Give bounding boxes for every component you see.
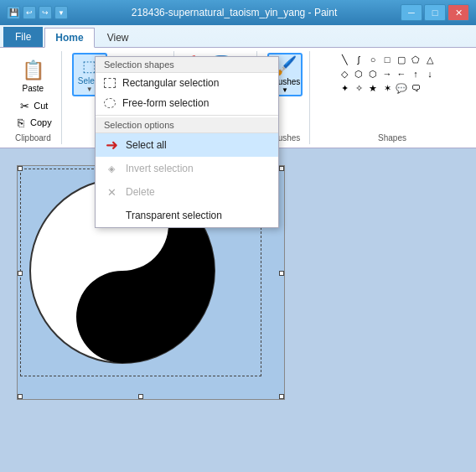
paste-icon: 📋 (19, 57, 46, 84)
invert-selection-item: ◈ Invert selection (96, 157, 278, 180)
section-selection-options: Selection options (96, 117, 278, 133)
window-controls: ─ □ ✕ (401, 4, 469, 21)
rect-sel-icon (104, 78, 116, 88)
cut-icon: ✂ (18, 99, 31, 112)
four-arrow[interactable]: ✦ (338, 81, 351, 95)
undo-icon[interactable]: ↩ (23, 6, 36, 19)
minimize-button[interactable]: ─ (401, 4, 422, 21)
up-arrow[interactable]: ↑ (409, 67, 422, 80)
freeform-icon (104, 98, 116, 108)
handle-tr[interactable] (279, 166, 284, 171)
transparent-icon (104, 208, 119, 223)
down-arrow[interactable]: ↓ (423, 67, 437, 80)
left-arrow[interactable]: ← (395, 67, 408, 80)
rounded-rect[interactable]: ▢ (395, 53, 408, 66)
arrow-pointer-icon: ➜ (104, 137, 119, 153)
tab-file[interactable]: File (3, 27, 43, 47)
rect-shape[interactable]: □ (380, 53, 394, 66)
maximize-button[interactable]: □ (424, 4, 446, 21)
copy-icon: ⎘ (14, 116, 28, 129)
copy-button[interactable]: ⎘ Copy (12, 115, 54, 130)
clipboard-label: Clipboard (15, 132, 51, 143)
menu-divider-1 (96, 115, 278, 116)
diamond[interactable]: ◇ (338, 67, 351, 80)
tab-home[interactable]: Home (44, 28, 94, 48)
quick-access-bar: 💾 ↩ ↪ ▼ (7, 6, 68, 19)
save-icon[interactable]: 💾 (7, 6, 20, 19)
shapes-grid: ╲ ∫ ○ □ ▢ ⬠ △ ◇ ⬡ ⬡ → ← ↑ ↓ ✦ ✧ ★ ✶ 💬 🗨 (338, 53, 447, 95)
callout1[interactable]: 💬 (395, 81, 408, 95)
polygon[interactable]: ⬠ (409, 53, 422, 66)
handle-br[interactable] (279, 394, 284, 399)
selectall-label: Select all (126, 139, 167, 151)
cut-button[interactable]: ✂ Cut (15, 98, 50, 113)
delete-icon: ✕ (104, 184, 119, 200)
freeform-selection-item[interactable]: Free-form selection (96, 93, 278, 113)
shapes-group: ╲ ∫ ○ □ ▢ ⬠ △ ◇ ⬡ ⬡ → ← ↑ ↓ ✦ ✧ ★ ✶ 💬 🗨 (313, 51, 471, 144)
rectangular-label: Rectangular selection (122, 77, 219, 89)
tab-view[interactable]: View (96, 28, 140, 47)
triangle[interactable]: △ (423, 53, 437, 66)
right-arrow[interactable]: → (380, 67, 394, 80)
close-button[interactable]: ✕ (448, 4, 469, 21)
star5[interactable]: ★ (366, 81, 380, 95)
handle-bl[interactable] (18, 394, 23, 399)
clipboard-small-btns: ✂ Cut (15, 98, 50, 113)
handle-tl[interactable] (18, 166, 23, 171)
transparent-label: Transparent selection (126, 210, 222, 221)
select-dropdown-arrow: ▼ (86, 86, 93, 93)
handle-mr[interactable] (279, 271, 284, 276)
paste-button[interactable]: 📋 Paste (15, 53, 50, 96)
delete-item: ✕ Delete (96, 180, 278, 204)
ribbon-tabs: File Home View (0, 25, 476, 47)
pentagon[interactable]: ⬡ (352, 67, 365, 80)
cut-label: Cut (34, 101, 48, 111)
title-bar: 💾 ↩ ↪ ▼ 218436-supernatural_taoism_yin_y… (0, 0, 476, 25)
invert-icon: ◈ (104, 161, 119, 176)
select-all-item[interactable]: ➜ Select all (96, 133, 278, 157)
window-title: 218436-supernatural_taoism_yin_yang - Pa… (73, 7, 396, 18)
star4[interactable]: ✧ (352, 81, 365, 95)
rectangular-selection-item[interactable]: Rectangular selection (96, 73, 278, 93)
callout2[interactable]: 🗨 (409, 81, 422, 95)
shapes-label: Shapes (378, 132, 406, 143)
select-dropdown-menu[interactable]: Selection shapes Rectangular selection F… (95, 56, 279, 228)
transparent-selection-item[interactable]: Transparent selection (96, 204, 278, 227)
menu-down-icon[interactable]: ▼ (54, 6, 68, 19)
freeform-label: Free-form selection (122, 97, 209, 109)
oval-shape[interactable]: ○ (366, 53, 380, 66)
clipboard-group: 📋 Paste ✂ Cut ⎘ Copy Clipboard (5, 51, 62, 144)
section-selection-shapes: Selection shapes (96, 57, 278, 73)
handle-ml[interactable] (18, 271, 23, 276)
copy-label: Copy (30, 117, 52, 127)
handle-bm[interactable] (138, 394, 143, 399)
delete-label: Delete (126, 186, 155, 198)
clipboard-copy-row: ⎘ Copy (12, 115, 54, 130)
hexagon[interactable]: ⬡ (366, 67, 380, 80)
star6[interactable]: ✶ (380, 81, 394, 95)
invert-label: Invert selection (126, 163, 194, 174)
line-shape[interactable]: ╲ (338, 53, 351, 66)
curve-shape[interactable]: ∫ (352, 53, 365, 66)
redo-icon[interactable]: ↪ (39, 6, 52, 19)
paste-label: Paste (23, 84, 44, 93)
